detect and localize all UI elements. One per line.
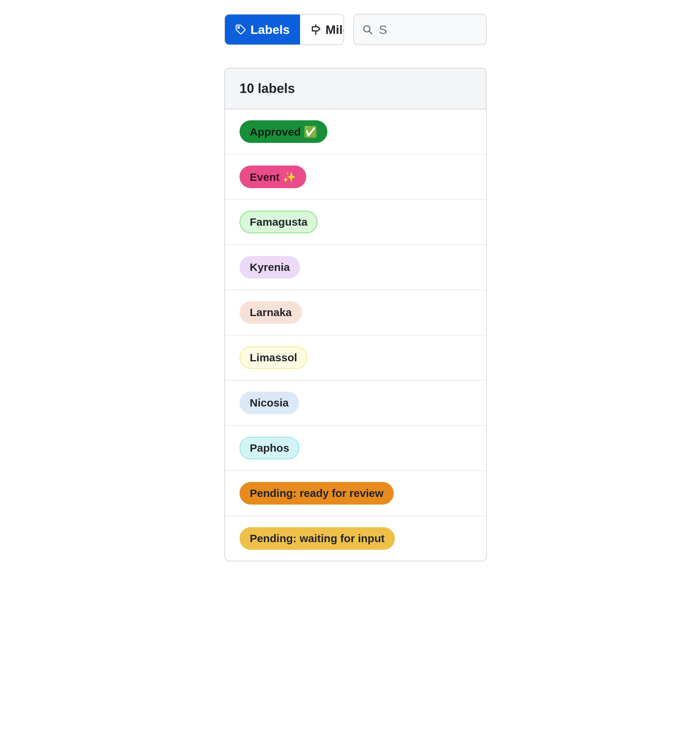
search-icon bbox=[362, 24, 373, 35]
label-row: Paphos bbox=[225, 426, 486, 471]
label-row: Kyrenia bbox=[225, 245, 486, 290]
label-pill[interactable]: Kyrenia bbox=[240, 256, 300, 279]
label-pill[interactable]: Approved ✅ bbox=[240, 120, 327, 143]
label-pill[interactable]: Famagusta bbox=[240, 211, 318, 233]
label-row: Famagusta bbox=[225, 200, 486, 245]
labels-tab[interactable]: Labels bbox=[225, 15, 300, 44]
label-row: Limassol bbox=[225, 335, 486, 381]
label-row: Nicosia bbox=[225, 381, 486, 426]
tag-icon bbox=[235, 24, 246, 35]
label-row: Pending: waiting for input bbox=[225, 516, 486, 561]
label-row: Larnaka bbox=[225, 290, 486, 335]
label-row: Approved ✅ bbox=[225, 109, 486, 154]
labels-panel: 10 labels Approved ✅Event ✨FamagustaKyre… bbox=[224, 68, 487, 562]
label-pill[interactable]: Pending: ready for review bbox=[240, 482, 394, 504]
label-pill[interactable]: Limassol bbox=[240, 346, 307, 369]
label-row: Event ✨ bbox=[225, 154, 486, 200]
top-controls: Labels Milestones bbox=[224, 14, 487, 45]
labels-tab-text: Labels bbox=[250, 23, 290, 37]
labels-panel-header: 10 labels bbox=[225, 69, 486, 109]
label-pill[interactable]: Larnaka bbox=[240, 301, 302, 324]
search-input[interactable] bbox=[378, 22, 479, 37]
labels-milestones-toggle: Labels Milestones bbox=[224, 14, 344, 45]
label-row: Pending: ready for review bbox=[225, 471, 486, 516]
svg-point-1 bbox=[364, 26, 370, 32]
search-box[interactable] bbox=[353, 14, 487, 45]
milestones-tab-text: Milestones bbox=[326, 23, 344, 37]
labels-count-heading: 10 labels bbox=[240, 81, 295, 96]
svg-point-0 bbox=[238, 26, 240, 28]
label-pill[interactable]: Paphos bbox=[240, 437, 299, 459]
milestones-tab[interactable]: Milestones bbox=[300, 15, 344, 44]
label-pill[interactable]: Pending: waiting for input bbox=[240, 527, 395, 550]
milestone-icon bbox=[310, 24, 321, 35]
label-pill[interactable]: Nicosia bbox=[240, 391, 299, 414]
label-pill[interactable]: Event ✨ bbox=[240, 166, 306, 188]
labels-list: Approved ✅Event ✨FamagustaKyreniaLarnaka… bbox=[225, 109, 486, 561]
